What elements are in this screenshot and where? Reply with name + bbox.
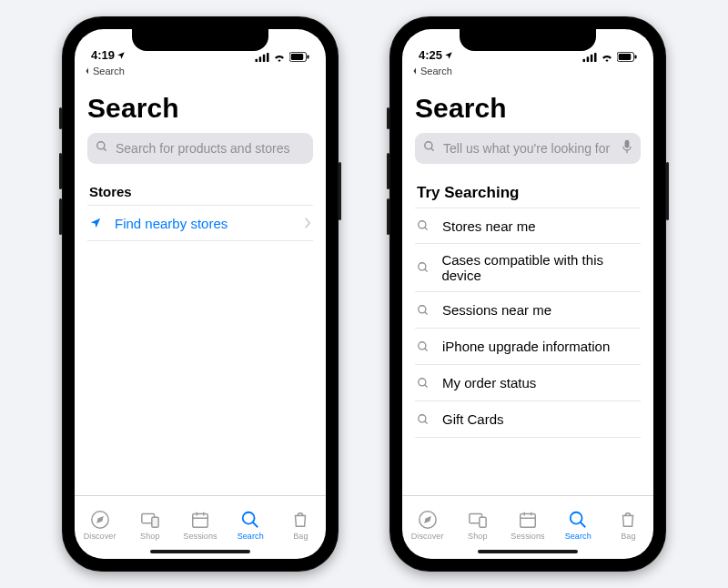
suggestion-label: Stores near me xyxy=(442,218,536,234)
svg-point-7 xyxy=(97,142,105,149)
tab-label: Bag xyxy=(293,532,308,541)
tab-discover[interactable]: Discover xyxy=(75,496,125,548)
page-title: Search xyxy=(87,93,313,124)
tab-label: Bag xyxy=(621,532,635,541)
svg-rect-3 xyxy=(267,53,269,62)
svg-rect-2 xyxy=(263,54,266,61)
svg-rect-5 xyxy=(291,54,304,60)
suggestion-row[interactable]: iPhone upgrade information xyxy=(415,329,641,365)
tab-shop[interactable]: Shop xyxy=(125,496,175,548)
location-arrow-icon xyxy=(116,51,126,60)
calendar-icon xyxy=(518,510,538,530)
suggestion-row[interactable]: Sessions near me xyxy=(415,292,641,329)
tab-bag[interactable]: Bag xyxy=(603,496,653,548)
svg-point-34 xyxy=(419,305,426,312)
search-icon xyxy=(240,510,260,530)
suggestion-label: Sessions near me xyxy=(442,302,551,318)
search-icon xyxy=(417,340,431,353)
suggestion-label: My order status xyxy=(442,375,536,390)
svg-line-41 xyxy=(425,421,428,423)
svg-line-37 xyxy=(425,348,428,350)
wifi-icon xyxy=(601,53,613,62)
svg-rect-13 xyxy=(193,513,208,527)
mic-icon[interactable] xyxy=(622,139,632,157)
section-heading-try-searching: Try Searching xyxy=(417,184,641,202)
section-heading-stores: Stores xyxy=(89,184,313,199)
search-bar[interactable] xyxy=(87,133,313,164)
bag-icon xyxy=(290,510,310,530)
suggestion-label: iPhone upgrade information xyxy=(442,339,610,354)
notch xyxy=(132,29,268,51)
chevron-left-icon xyxy=(411,67,419,75)
search-icon xyxy=(417,261,430,274)
svg-rect-1 xyxy=(259,56,262,62)
svg-rect-20 xyxy=(587,56,590,62)
svg-rect-22 xyxy=(594,53,597,62)
search-input[interactable] xyxy=(114,140,305,157)
suggestion-row[interactable]: Cases compatible with this device xyxy=(415,244,641,292)
compass-icon xyxy=(90,510,110,530)
battery-icon xyxy=(289,52,309,62)
svg-point-36 xyxy=(419,341,426,349)
search-icon xyxy=(417,304,431,317)
tab-sessions[interactable]: Sessions xyxy=(502,496,552,548)
search-icon xyxy=(568,510,588,530)
status-time: 4:25 xyxy=(419,48,442,62)
search-icon xyxy=(417,219,431,232)
svg-marker-43 xyxy=(425,517,430,522)
svg-point-17 xyxy=(243,512,255,523)
svg-line-18 xyxy=(253,522,258,527)
chevron-right-icon xyxy=(304,216,311,231)
suggestion-label: Cases compatible with this device xyxy=(441,252,639,283)
svg-rect-6 xyxy=(307,55,308,58)
tab-label: Search xyxy=(565,532,592,541)
suggestion-label: Gift Cards xyxy=(442,411,504,427)
suggestion-row[interactable]: Gift Cards xyxy=(415,401,641,438)
calendar-icon xyxy=(190,510,210,530)
tab-discover[interactable]: Discover xyxy=(402,496,452,548)
svg-rect-46 xyxy=(521,513,536,527)
tab-bag[interactable]: Bag xyxy=(276,496,326,548)
tab-sessions[interactable]: Sessions xyxy=(175,496,225,548)
notch xyxy=(460,29,596,51)
home-indicator[interactable] xyxy=(150,550,250,553)
chevron-left-icon xyxy=(84,67,91,75)
bag-icon xyxy=(618,510,638,530)
compass-icon xyxy=(418,510,438,530)
tab-label: Search xyxy=(238,532,264,541)
svg-point-30 xyxy=(419,221,426,228)
location-arrow-icon xyxy=(444,51,453,60)
search-bar[interactable] xyxy=(415,133,641,164)
svg-rect-21 xyxy=(591,54,593,61)
svg-point-26 xyxy=(425,142,432,149)
svg-marker-10 xyxy=(97,517,103,522)
svg-rect-19 xyxy=(583,58,586,61)
svg-rect-28 xyxy=(625,140,630,148)
tab-search[interactable]: Search xyxy=(226,496,276,548)
svg-line-39 xyxy=(425,384,428,387)
location-arrow-icon xyxy=(89,217,104,229)
iphone-frame-right: 4:25 Search Search xyxy=(389,16,666,572)
tab-shop[interactable]: Shop xyxy=(452,496,502,548)
svg-rect-0 xyxy=(256,58,258,61)
svg-line-33 xyxy=(425,269,428,272)
find-stores-row[interactable]: Find nearby stores xyxy=(87,205,313,241)
tab-label: Discover xyxy=(84,532,116,541)
svg-rect-12 xyxy=(152,517,158,527)
breadcrumb[interactable]: Search xyxy=(75,64,326,76)
svg-line-8 xyxy=(104,148,106,151)
suggestion-row[interactable]: Stores near me xyxy=(415,208,641,244)
tab-label: Shop xyxy=(468,532,487,541)
iphone-frame-left: 4:19 Search Search xyxy=(62,16,339,572)
breadcrumb[interactable]: Search xyxy=(402,64,653,76)
search-input[interactable] xyxy=(441,140,616,157)
find-stores-label: Find nearby stores xyxy=(115,216,228,231)
search-icon xyxy=(423,140,436,157)
tab-label: Discover xyxy=(411,532,444,541)
battery-icon xyxy=(617,52,637,62)
tab-search[interactable]: Search xyxy=(553,496,603,548)
suggestion-row[interactable]: My order status xyxy=(415,365,641,401)
tab-label: Sessions xyxy=(183,532,217,541)
home-indicator[interactable] xyxy=(478,550,578,553)
svg-point-40 xyxy=(419,414,426,421)
